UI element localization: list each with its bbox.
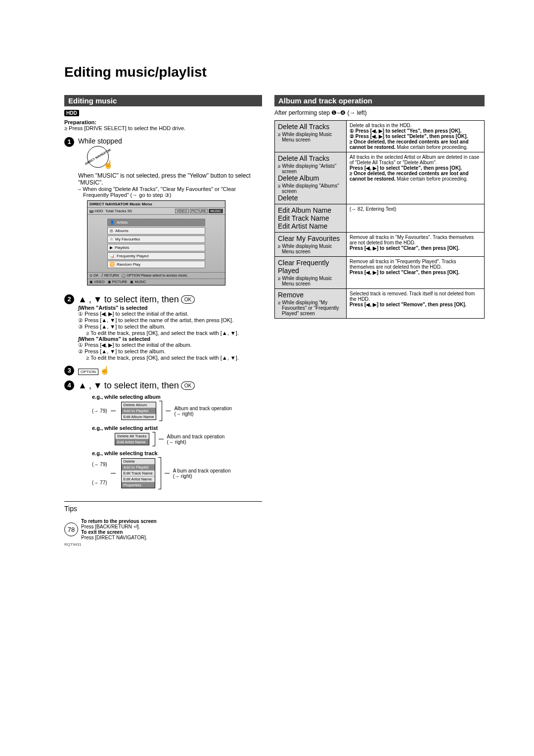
eg-track-ref1: (→ 79) bbox=[92, 462, 107, 467]
option-button-icon: OPTION bbox=[78, 369, 98, 375]
op-cond: ≥ While displaying Music Menu screen bbox=[282, 132, 343, 142]
eg-track-note: A bum and track operation (→ right) bbox=[173, 468, 232, 479]
ok-button-icon: OK bbox=[181, 295, 195, 304]
albums-line-2: ② Press [▲, ▼] to select the album. bbox=[78, 348, 262, 355]
down-arrow-icon bbox=[93, 294, 102, 305]
preparation-text: ≥ Press [DRIVE SELECT] to select the HDD… bbox=[64, 125, 262, 131]
option-menu-artist: Delete All Tracks Edit Artist Name bbox=[115, 433, 149, 445]
tips-return-h: To return to the previous screen bbox=[81, 519, 157, 524]
step-3: 3 OPTION ☝ bbox=[64, 366, 262, 376]
dn-item-random: 🔀 Random Play bbox=[107, 261, 205, 268]
down-arrow-icon-2 bbox=[93, 380, 102, 391]
option-menu-track: Delete Add to Playlist Edit Track Name E… bbox=[121, 458, 155, 488]
eg-album-label: e.g., while selecting album bbox=[92, 394, 262, 400]
hand-icon: ☝ bbox=[103, 160, 113, 169]
two-column-layout: Editing music HDD Preparation: ≥ Press [… bbox=[64, 95, 485, 547]
artists-edit: ≥ To edit the track, press [OK], and sel… bbox=[86, 330, 262, 336]
tips-exit-b: Press [DIRECT NAVIGATOR]. bbox=[81, 535, 157, 540]
artists-line-3: ③ Press [▲, ▼] to select the album. bbox=[78, 324, 262, 330]
step-1: 1 While stopped DIRECT NAVIGATOR ☝ When … bbox=[64, 137, 262, 289]
up-arrow-icon-2 bbox=[78, 380, 87, 391]
tips-block: 78 To return to the previous screen Pres… bbox=[64, 519, 262, 540]
hand-icon-2: ☝ bbox=[100, 366, 110, 375]
dn-tab-video: VIDEO bbox=[175, 209, 189, 213]
step4-text: to select item, then bbox=[104, 380, 179, 391]
operation-table: Delete All Tracks ≥ While displaying Mus… bbox=[274, 120, 485, 319]
table-row: Delete All Tracks ≥ While displaying "Ar… bbox=[275, 152, 485, 204]
option-menu-album: Delete Album Add to Playlist Edit Album … bbox=[121, 402, 157, 420]
hdd-badge: HDD bbox=[64, 110, 79, 116]
after-step-note: After performing step ❶–❹ (→ left) bbox=[274, 109, 485, 116]
dn-tab-music: MUSIC bbox=[209, 209, 223, 213]
left-column: Editing music HDD Preparation: ≥ Press [… bbox=[64, 95, 262, 547]
eg-artist-note: Album and track operation (→ right) bbox=[167, 434, 226, 445]
preparation-label: Preparation: bbox=[64, 119, 262, 125]
page-number: 78 bbox=[64, 522, 78, 536]
ok-button-icon-2: OK bbox=[181, 381, 195, 390]
direct-navigator-screen: DIRECT NAVIGATOR Music Menu 🖴 HDD Total … bbox=[87, 200, 225, 285]
page-title: Editing music/playlist bbox=[64, 64, 485, 80]
tips-heading: Tips bbox=[64, 505, 262, 513]
step1-text-b: – When doing "Delete All Tracks", "Clear… bbox=[83, 186, 262, 198]
eg-album-note: Album and track operation (→ right) bbox=[174, 406, 233, 417]
dn-item-frequently: 📊 Frequently Played bbox=[107, 252, 205, 260]
step1-title: While stopped bbox=[78, 137, 262, 145]
footer-code: RQT9431 bbox=[64, 542, 262, 547]
tips-exit-h: To exit the screen bbox=[81, 529, 157, 535]
table-row: Clear My Favourites ≥ While displaying M… bbox=[275, 233, 485, 257]
table-row: Remove ≥ While displaying "My Favourites… bbox=[275, 289, 485, 319]
step2-text: to select item, then bbox=[104, 294, 179, 305]
step-4: 4 , to select item, then OK e.g., while … bbox=[64, 380, 262, 493]
op-desc-b2: ② Press [◀, ▶] to select "Delete", then … bbox=[350, 134, 481, 139]
step-number-4: 4 bbox=[64, 380, 74, 390]
table-row: Edit Album Name Edit Track Name Edit Art… bbox=[275, 204, 485, 233]
artists-line-2: ② Press [▲, ▼] to select the name of the… bbox=[78, 317, 262, 324]
albums-heading: ∫When "Albums" is selected bbox=[78, 336, 262, 342]
table-row: Clear Frequently Played ≥ While displayi… bbox=[275, 257, 485, 289]
tips-return-b: Press [BACK/RETURN ⏎]. bbox=[81, 524, 157, 529]
step1-text-a: When "MUSIC" is not selected, press the … bbox=[78, 172, 262, 186]
table-row: Delete All Tracks ≥ While displaying Mus… bbox=[275, 121, 485, 152]
step-number-1: 1 bbox=[64, 137, 74, 147]
op-desc-b1: ① Press [◀, ▶] to select "Yes", then pre… bbox=[350, 128, 481, 134]
step-number-2: 2 bbox=[64, 294, 74, 304]
op-delete-all-1: Delete All Tracks bbox=[278, 123, 343, 131]
dn-item-albums: ◎ Albums bbox=[107, 227, 205, 235]
dn-title: DIRECT NAVIGATOR Music Menu bbox=[89, 202, 152, 206]
dn-item-artists: 👤 Artists bbox=[107, 219, 205, 226]
op-desc: Delete all tracks in the HDD. bbox=[350, 123, 481, 128]
step-2: 2 , to select item, then OK ∫When "Artis… bbox=[64, 294, 262, 361]
editing-music-heading: Editing music bbox=[64, 95, 262, 106]
divider bbox=[64, 501, 262, 502]
albums-edit: ≥ To edit the track, press [OK], and sel… bbox=[86, 355, 262, 361]
dn-item-playlists: ▶ Playlists bbox=[107, 244, 205, 251]
eg-album-ref: (→ 79) bbox=[92, 408, 107, 414]
eg-track-ref2: (→ 77) bbox=[92, 480, 107, 485]
eg-track-label: e.g., while selecting track bbox=[92, 450, 262, 456]
artists-heading: ∫When "Artists" is selected bbox=[78, 305, 262, 311]
eg-artist-label: e.g., while selecting artist bbox=[92, 425, 262, 431]
album-track-heading: Album and track operation bbox=[274, 95, 485, 106]
page: Editing music/playlist Editing music HDD… bbox=[0, 0, 534, 567]
right-column: Album and track operation After performi… bbox=[274, 95, 485, 319]
step-number-3: 3 bbox=[64, 366, 74, 376]
direct-navigator-icon: DIRECT NAVIGATOR ☝ bbox=[87, 146, 109, 168]
dn-item-favourites: ☆ My Favourites bbox=[107, 236, 205, 243]
albums-line-1: ① Press [◀, ▶] to select the initial of … bbox=[78, 342, 262, 348]
dn-tab-picture: PICTURE bbox=[190, 209, 208, 213]
up-arrow-icon bbox=[78, 294, 87, 305]
artists-line-1: ① Press [◀, ▶] to select the initial of … bbox=[78, 311, 262, 317]
